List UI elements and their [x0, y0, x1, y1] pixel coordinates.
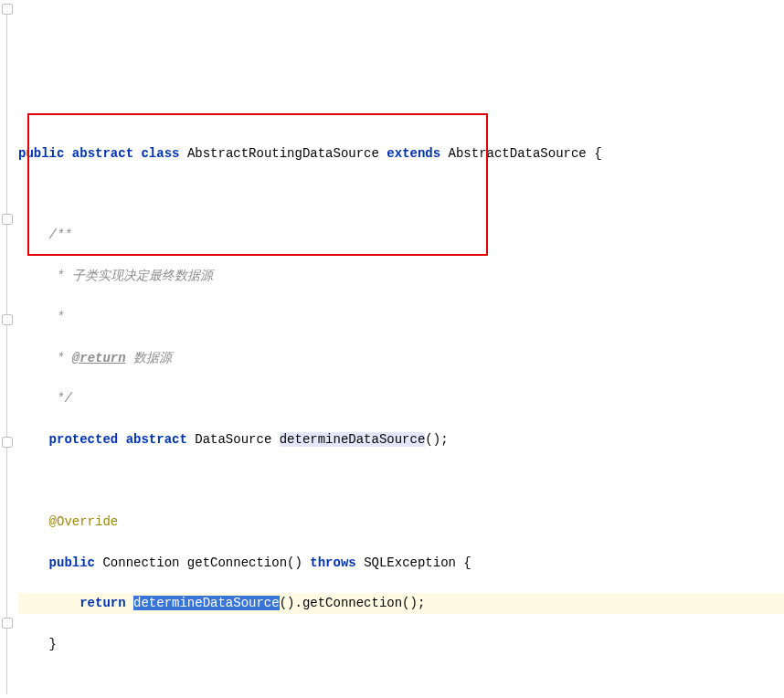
- method-decl: determineDataSource: [280, 432, 426, 447]
- fold-toggle-icon[interactable]: [2, 314, 13, 325]
- fold-toggle-icon[interactable]: [2, 618, 13, 629]
- code-line[interactable]: public Connection getConnection() throws…: [18, 553, 784, 573]
- code-line[interactable]: [18, 675, 784, 695]
- fold-toggle-icon[interactable]: [2, 214, 13, 225]
- code-editor[interactable]: public abstract class AbstractRoutingDat…: [0, 0, 784, 698]
- selection: determineDataSource: [133, 596, 280, 610]
- code-line[interactable]: *: [18, 307, 784, 327]
- code-line[interactable]: */: [18, 388, 784, 408]
- fold-toggle-icon[interactable]: [2, 437, 13, 448]
- code-line[interactable]: [18, 471, 784, 491]
- code-line[interactable]: public abstract class AbstractRoutingDat…: [18, 143, 784, 164]
- gutter: [0, 0, 15, 698]
- code-line[interactable]: * @return 数据源: [18, 348, 784, 368]
- code-line-current[interactable]: return determineDataSource().getConnecti…: [18, 593, 784, 613]
- code-line[interactable]: /**: [18, 225, 784, 245]
- code-line[interactable]: protected abstract DataSource determineD…: [18, 429, 784, 449]
- code-line[interactable]: [18, 185, 784, 205]
- fold-toggle-icon[interactable]: [2, 4, 13, 15]
- code-line[interactable]: * 子类实现决定最终数据源: [18, 266, 784, 286]
- code-line[interactable]: }: [18, 634, 784, 654]
- code-line[interactable]: @Override: [18, 512, 784, 532]
